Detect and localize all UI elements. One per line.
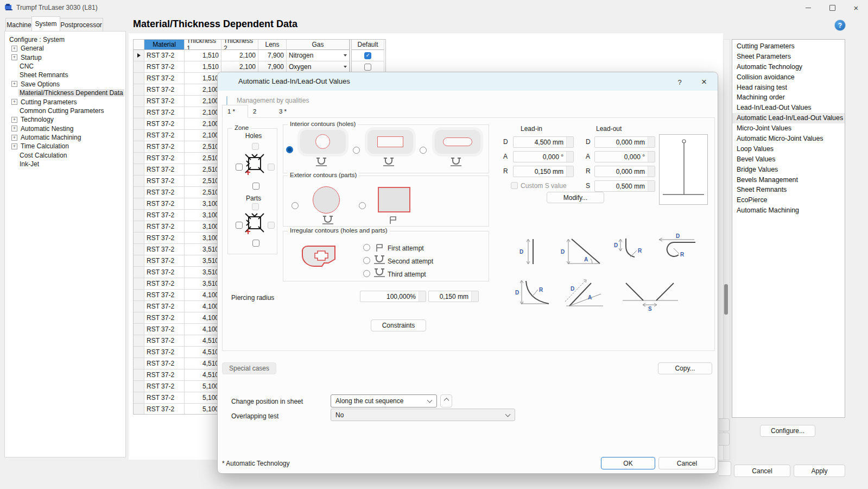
exterior-rectangle-radio[interactable] bbox=[359, 202, 366, 209]
overlapping-test-select[interactable]: No bbox=[331, 409, 515, 421]
thickness1-cell[interactable]: 4,510 bbox=[185, 347, 221, 358]
thickness1-cell[interactable]: 4,100 bbox=[185, 301, 221, 312]
dropdown-arrow-icon[interactable] bbox=[344, 54, 347, 57]
piercing-percent-field[interactable]: 100,000% bbox=[360, 291, 426, 302]
zone-holes-left-checkbox[interactable] bbox=[236, 164, 243, 171]
tree-item-save-options[interactable]: +Save Options bbox=[9, 80, 121, 89]
lead-in-d-field[interactable]: 4,500 mm bbox=[513, 136, 574, 148]
lead-out-a-field[interactable]: 0,000 ° bbox=[594, 151, 655, 162]
material-cell[interactable]: RST 37-2 bbox=[144, 244, 185, 255]
thickness1-cell[interactable]: 2,510 bbox=[185, 175, 221, 187]
vertical-scrollbar[interactable] bbox=[723, 39, 730, 460]
tree-item-ink-jet[interactable]: Ink-Jet bbox=[9, 160, 121, 168]
tree-item-cutting-parameters[interactable]: +Cutting Parameters bbox=[9, 97, 121, 106]
tree-item-sheet-remnants[interactable]: Sheet Remnants bbox=[9, 71, 121, 79]
expand-icon[interactable]: + bbox=[11, 81, 17, 87]
expand-icon[interactable]: + bbox=[11, 46, 17, 52]
default-cell[interactable] bbox=[352, 50, 384, 61]
custom-s-checkbox[interactable] bbox=[511, 182, 518, 189]
thickness1-cell[interactable]: 1,510 bbox=[185, 73, 221, 84]
move-up-button[interactable] bbox=[440, 394, 452, 408]
zone-holes-right-checkbox[interactable] bbox=[268, 164, 275, 171]
tree-item-startup[interactable]: +Startup bbox=[9, 53, 121, 61]
partial-button[interactable] bbox=[719, 461, 731, 476]
column-header[interactable]: Material bbox=[144, 40, 185, 50]
material-cell[interactable]: RST 37-2 bbox=[144, 118, 185, 130]
zone-parts-left-checkbox[interactable] bbox=[236, 222, 243, 229]
thickness1-cell[interactable]: 2,100 bbox=[185, 96, 221, 107]
thickness1-cell[interactable]: 3,100 bbox=[185, 233, 221, 244]
thickness1-cell[interactable]: 3,100 bbox=[185, 221, 221, 233]
table-row[interactable]: RST 37-21,5102,1007,900Nitrogen bbox=[134, 50, 385, 61]
close-button[interactable]: × bbox=[844, 0, 868, 15]
copy-button[interactable]: Copy... bbox=[658, 362, 712, 374]
thickness1-cell[interactable]: 5,100 bbox=[185, 404, 221, 415]
interior-rectangle-radio[interactable] bbox=[353, 147, 360, 154]
thickness1-cell[interactable]: 2,510 bbox=[185, 153, 221, 164]
quality-tab-3[interactable]: 3 * bbox=[274, 105, 300, 118]
thickness1-cell[interactable]: 4,510 bbox=[185, 358, 221, 369]
param-list-item-lead-in-lead-out-values[interactable]: Lead-In/Lead-Out Values bbox=[732, 103, 845, 113]
thickness1-cell[interactable]: 3,510 bbox=[185, 244, 221, 255]
partial-button[interactable] bbox=[719, 432, 730, 446]
material-cell[interactable]: RST 37-2 bbox=[144, 392, 185, 404]
main-apply-button[interactable]: Apply bbox=[794, 465, 845, 477]
material-cell[interactable]: RST 37-2 bbox=[144, 381, 185, 392]
material-cell[interactable]: RST 37-2 bbox=[144, 153, 185, 164]
dialog-close-icon[interactable]: × bbox=[698, 76, 711, 89]
thickness1-cell[interactable]: 2,100 bbox=[185, 84, 221, 96]
special-cases-button[interactable]: Special cases bbox=[222, 362, 276, 374]
partial-button[interactable] bbox=[719, 418, 730, 431]
table-row[interactable]: RST 37-21,5102,1007,900Oxygen bbox=[134, 61, 385, 73]
param-list-item-machining-order[interactable]: Machining order bbox=[732, 92, 845, 103]
thickness1-cell[interactable]: 3,100 bbox=[185, 198, 221, 210]
column-header[interactable]: Lens bbox=[258, 40, 287, 50]
material-cell[interactable]: RST 37-2 bbox=[144, 221, 185, 233]
default-checkbox[interactable] bbox=[364, 64, 371, 71]
tab-machine[interactable]: Machine bbox=[5, 18, 33, 31]
column-header[interactable]: Thickness 1 bbox=[185, 40, 221, 50]
zone-parts-right-checkbox[interactable] bbox=[268, 222, 275, 229]
material-cell[interactable]: RST 37-2 bbox=[144, 164, 185, 175]
lead-out-s-field[interactable]: 0,500 mm bbox=[594, 180, 655, 192]
quality-tab-2[interactable]: 2 bbox=[248, 105, 274, 118]
thickness1-cell[interactable]: 2,100 bbox=[185, 130, 221, 141]
material-cell[interactable]: RST 37-2 bbox=[144, 141, 185, 153]
tree-item-time-calculation[interactable]: +Time Calculation bbox=[9, 142, 121, 151]
tree-item-technology[interactable]: +Technology bbox=[9, 115, 121, 124]
gas-cell[interactable]: Nitrogen bbox=[287, 50, 350, 61]
tree-item-material-thickness-dependent-data[interactable]: Material/Thickness Dependent Data bbox=[9, 89, 121, 97]
restore-button[interactable] bbox=[820, 0, 844, 15]
default-cell[interactable] bbox=[352, 61, 384, 73]
configure-button[interactable]: Configure... bbox=[760, 425, 815, 437]
param-list-item-bevel-values[interactable]: Bevel Values bbox=[732, 154, 845, 165]
param-list-item-sheet-remnants[interactable]: Sheet Remnants bbox=[732, 185, 845, 195]
lens-cell[interactable]: 7,900 bbox=[258, 50, 287, 61]
material-cell[interactable]: RST 37-2 bbox=[144, 324, 185, 335]
thickness1-cell[interactable]: 3,100 bbox=[185, 210, 221, 221]
param-list-item-automatic-machining[interactable]: Automatic Machining bbox=[732, 205, 845, 216]
material-cell[interactable]: RST 37-2 bbox=[144, 107, 185, 118]
tree-item-cnc[interactable]: CNC bbox=[9, 62, 121, 71]
thickness1-cell[interactable]: 2,510 bbox=[185, 164, 221, 175]
material-cell[interactable]: RST 37-2 bbox=[144, 84, 185, 96]
zone-holes-top-checkbox[interactable] bbox=[252, 143, 259, 150]
modify-button[interactable]: Modify... bbox=[547, 192, 604, 203]
thickness1-cell[interactable]: 4,100 bbox=[185, 312, 221, 324]
lens-cell[interactable]: 7,900 bbox=[258, 61, 287, 73]
expand-icon[interactable]: + bbox=[11, 135, 17, 141]
param-list-item-cutting-parameters[interactable]: Cutting Parameters bbox=[732, 41, 845, 52]
constraints-button[interactable]: Constraints bbox=[371, 319, 426, 331]
param-list-item-ecopierce[interactable]: EcoPierce bbox=[732, 195, 845, 205]
thickness1-cell[interactable]: 2,510 bbox=[185, 141, 221, 153]
expand-icon[interactable]: + bbox=[11, 126, 17, 131]
material-cell[interactable]: RST 37-2 bbox=[144, 210, 185, 221]
dialog-cancel-button[interactable]: Cancel bbox=[658, 457, 715, 469]
material-cell[interactable]: RST 37-2 bbox=[144, 50, 185, 61]
thickness1-cell[interactable]: 4,510 bbox=[185, 369, 221, 381]
dropdown-arrow-icon[interactable] bbox=[344, 66, 347, 68]
material-cell[interactable]: RST 37-2 bbox=[144, 187, 185, 198]
material-cell[interactable]: RST 37-2 bbox=[144, 358, 185, 369]
material-cell[interactable]: RST 37-2 bbox=[144, 312, 185, 324]
default-checkbox[interactable] bbox=[364, 52, 371, 59]
